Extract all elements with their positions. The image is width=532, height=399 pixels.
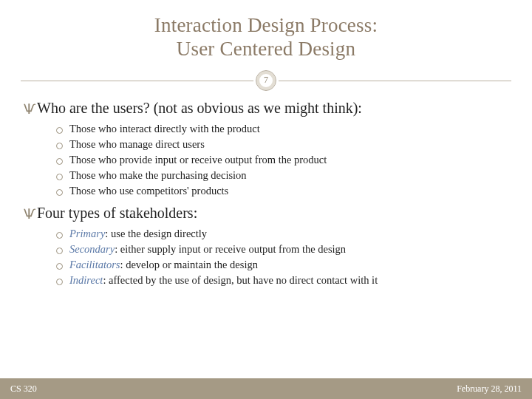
section-heading: Ѱ Four types of stakeholders: — [24, 205, 508, 222]
list-item: Those who make the purchasing decision — [56, 168, 508, 183]
title-separator: 7 — [21, 67, 511, 94]
bullet-swirl-icon: Ѱ — [24, 205, 35, 222]
section-heading-text: Who are the users? (not as obvious as we… — [37, 100, 362, 117]
list-item-text: Those who manage direct users — [69, 137, 205, 152]
ring-bullet-icon — [56, 248, 63, 254]
slide-content: Ѱ Who are the users? (not as obvious as … — [21, 100, 511, 288]
ring-bullet-icon — [56, 143, 63, 149]
list-item: Those who provide input or receive outpu… — [56, 152, 508, 168]
ring-bullet-icon — [56, 174, 63, 180]
ring-bullet-icon — [56, 189, 63, 196]
section-list: Primary: use the design directly Seconda… — [56, 226, 508, 288]
list-item-text: : either supply input or receive output … — [115, 243, 346, 255]
list-item-em: Indirect — [69, 274, 103, 286]
slide: Interaction Design Process: User Centere… — [0, 0, 532, 399]
ring-bullet-icon — [56, 127, 63, 134]
list-item-text: : affected by the use of design, but hav… — [103, 274, 378, 286]
slide-number-badge: 7 — [256, 70, 276, 91]
footer-right: February 28, 2011 — [457, 383, 522, 395]
list-item: Secondary: either supply input or receiv… — [56, 242, 508, 257]
list-item-text: : develop or maintain the design — [120, 259, 257, 270]
ring-bullet-icon — [56, 158, 63, 165]
list-item: Those who use competitors' products — [56, 183, 508, 199]
list-item-text: Those who make the purchasing decision — [69, 168, 247, 183]
section-heading-text: Four types of stakeholders: — [37, 205, 197, 222]
list-item: Indirect: affected by the use of design,… — [56, 273, 508, 288]
list-item: Those who manage direct users — [56, 137, 508, 152]
slide-title: Interaction Design Process: User Centere… — [21, 13, 511, 61]
list-item-em: Secondary — [69, 243, 115, 255]
bullet-swirl-icon: Ѱ — [24, 100, 35, 117]
list-item: Facilitators: develop or maintain the de… — [56, 257, 508, 273]
ring-bullet-icon — [56, 232, 63, 239]
section-heading: Ѱ Who are the users? (not as obvious as … — [24, 100, 508, 117]
list-item-em: Primary — [69, 228, 105, 239]
slide-number: 7 — [264, 75, 268, 86]
section-list: Those who interact directly with the pro… — [56, 121, 508, 199]
ring-bullet-icon — [56, 279, 63, 285]
list-item: Those who interact directly with the pro… — [56, 121, 508, 137]
title-line-1: Interaction Design Process: — [154, 14, 378, 36]
slide-footer: CS 320 February 28, 2011 — [0, 378, 532, 399]
list-item-text: Those who interact directly with the pro… — [69, 121, 260, 137]
list-item-em: Facilitators — [69, 259, 120, 270]
footer-left: CS 320 — [10, 383, 37, 395]
list-item-text: Those who use competitors' products — [69, 183, 228, 199]
ring-bullet-icon — [56, 263, 63, 270]
title-line-2: User Centered Design — [177, 38, 355, 60]
list-item-text: : use the design directly — [105, 228, 207, 239]
list-item-text: Those who provide input or receive outpu… — [69, 152, 327, 168]
list-item: Primary: use the design directly — [56, 226, 508, 242]
